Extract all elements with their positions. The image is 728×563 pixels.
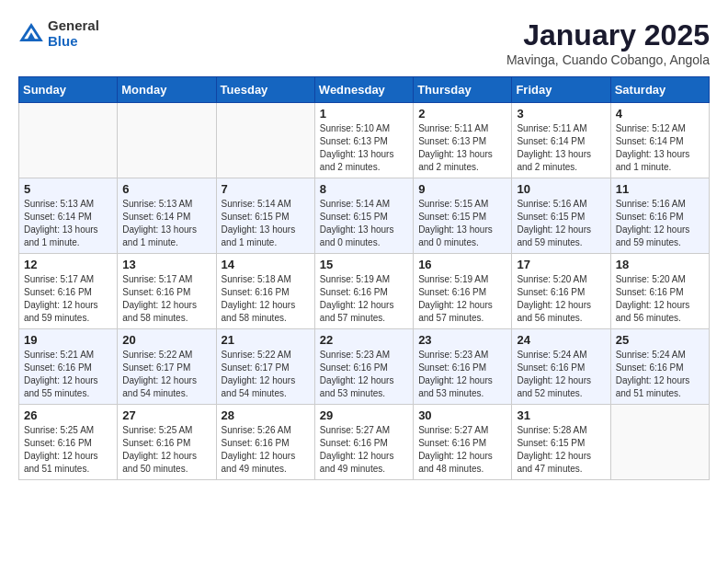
calendar-day-cell: 17Sunrise: 5:20 AMSunset: 6:16 PMDayligh… bbox=[512, 254, 610, 329]
calendar-day-cell: 13Sunrise: 5:17 AMSunset: 6:16 PMDayligh… bbox=[118, 254, 216, 329]
day-number: 28 bbox=[222, 408, 310, 422]
day-number: 6 bbox=[122, 182, 210, 196]
calendar-week-row: 1Sunrise: 5:10 AMSunset: 6:13 PMDaylight… bbox=[19, 103, 710, 178]
day-number: 19 bbox=[24, 333, 112, 347]
day-info: Sunrise: 5:13 AMSunset: 6:14 PMDaylight:… bbox=[24, 198, 112, 249]
weekday-header-thursday: Thursday bbox=[414, 77, 512, 103]
day-info: Sunrise: 5:23 AMSunset: 6:16 PMDaylight:… bbox=[418, 349, 506, 400]
day-number: 2 bbox=[418, 107, 506, 121]
weekday-header-saturday: Saturday bbox=[610, 77, 709, 103]
day-info: Sunrise: 5:26 AMSunset: 6:16 PMDaylight:… bbox=[222, 424, 310, 476]
calendar-day-cell: 25Sunrise: 5:24 AMSunset: 6:16 PMDayligh… bbox=[610, 329, 709, 405]
day-number: 10 bbox=[517, 182, 605, 196]
day-number: 9 bbox=[418, 182, 506, 196]
day-number: 4 bbox=[616, 107, 704, 121]
day-info: Sunrise: 5:27 AMSunset: 6:16 PMDaylight:… bbox=[320, 424, 408, 476]
day-info: Sunrise: 5:28 AMSunset: 6:15 PMDaylight:… bbox=[517, 424, 605, 476]
day-info: Sunrise: 5:25 AMSunset: 6:16 PMDaylight:… bbox=[122, 424, 210, 476]
calendar-week-row: 5Sunrise: 5:13 AMSunset: 6:14 PMDaylight… bbox=[19, 178, 710, 254]
calendar-day-cell: 7Sunrise: 5:14 AMSunset: 6:15 PMDaylight… bbox=[216, 178, 314, 254]
day-info: Sunrise: 5:24 AMSunset: 6:16 PMDaylight:… bbox=[616, 349, 704, 400]
day-info: Sunrise: 5:22 AMSunset: 6:17 PMDaylight:… bbox=[122, 349, 210, 400]
day-info: Sunrise: 5:23 AMSunset: 6:16 PMDaylight:… bbox=[320, 349, 408, 400]
day-info: Sunrise: 5:16 AMSunset: 6:16 PMDaylight:… bbox=[616, 198, 704, 249]
day-info: Sunrise: 5:27 AMSunset: 6:16 PMDaylight:… bbox=[418, 424, 506, 476]
calendar-day-cell: 26Sunrise: 5:25 AMSunset: 6:16 PMDayligh… bbox=[19, 405, 118, 480]
day-info: Sunrise: 5:14 AMSunset: 6:15 PMDaylight:… bbox=[222, 198, 310, 249]
calendar-day-cell: 20Sunrise: 5:22 AMSunset: 6:17 PMDayligh… bbox=[118, 329, 216, 405]
calendar-day-cell: 3Sunrise: 5:11 AMSunset: 6:14 PMDaylight… bbox=[512, 103, 610, 178]
day-info: Sunrise: 5:17 AMSunset: 6:16 PMDaylight:… bbox=[122, 273, 210, 325]
weekday-header-friday: Friday bbox=[512, 77, 610, 103]
day-number: 24 bbox=[517, 333, 605, 347]
calendar-day-cell: 10Sunrise: 5:16 AMSunset: 6:15 PMDayligh… bbox=[512, 178, 610, 254]
calendar-day-cell: 23Sunrise: 5:23 AMSunset: 6:16 PMDayligh… bbox=[414, 329, 512, 405]
title-block: January 2025 Mavinga, Cuando Cobango, An… bbox=[506, 18, 710, 67]
day-number: 21 bbox=[222, 333, 310, 347]
day-number: 22 bbox=[320, 333, 408, 347]
calendar-day-cell bbox=[118, 103, 216, 178]
calendar-week-row: 26Sunrise: 5:25 AMSunset: 6:16 PMDayligh… bbox=[19, 405, 710, 480]
calendar-day-cell: 5Sunrise: 5:13 AMSunset: 6:14 PMDaylight… bbox=[19, 178, 118, 254]
calendar-day-cell: 21Sunrise: 5:22 AMSunset: 6:17 PMDayligh… bbox=[216, 329, 314, 405]
calendar-week-row: 12Sunrise: 5:17 AMSunset: 6:16 PMDayligh… bbox=[19, 254, 710, 329]
day-number: 8 bbox=[320, 182, 408, 196]
day-number: 13 bbox=[122, 258, 210, 271]
day-number: 15 bbox=[320, 258, 408, 271]
calendar-day-cell: 16Sunrise: 5:19 AMSunset: 6:16 PMDayligh… bbox=[414, 254, 512, 329]
calendar-day-cell: 22Sunrise: 5:23 AMSunset: 6:16 PMDayligh… bbox=[314, 329, 413, 405]
calendar-day-cell: 19Sunrise: 5:21 AMSunset: 6:16 PMDayligh… bbox=[19, 329, 118, 405]
calendar-day-cell bbox=[19, 103, 118, 178]
day-number: 14 bbox=[222, 258, 310, 271]
day-number: 29 bbox=[320, 408, 408, 422]
calendar-day-cell: 31Sunrise: 5:28 AMSunset: 6:15 PMDayligh… bbox=[512, 405, 610, 480]
month-title: January 2025 bbox=[506, 18, 710, 52]
calendar-day-cell: 14Sunrise: 5:18 AMSunset: 6:16 PMDayligh… bbox=[216, 254, 314, 329]
day-info: Sunrise: 5:11 AMSunset: 6:14 PMDaylight:… bbox=[517, 122, 605, 174]
calendar-day-cell: 11Sunrise: 5:16 AMSunset: 6:16 PMDayligh… bbox=[610, 178, 709, 254]
calendar-day-cell: 1Sunrise: 5:10 AMSunset: 6:13 PMDaylight… bbox=[314, 103, 413, 178]
weekday-header-row: SundayMondayTuesdayWednesdayThursdayFrid… bbox=[19, 77, 710, 103]
weekday-header-sunday: Sunday bbox=[19, 77, 118, 103]
day-info: Sunrise: 5:21 AMSunset: 6:16 PMDaylight:… bbox=[24, 349, 112, 400]
day-info: Sunrise: 5:12 AMSunset: 6:14 PMDaylight:… bbox=[616, 122, 704, 174]
calendar-day-cell: 29Sunrise: 5:27 AMSunset: 6:16 PMDayligh… bbox=[314, 405, 413, 480]
day-info: Sunrise: 5:19 AMSunset: 6:16 PMDaylight:… bbox=[320, 273, 408, 325]
page-header: General Blue January 2025 Mavinga, Cuand… bbox=[18, 18, 710, 67]
logo: General Blue bbox=[18, 18, 99, 49]
day-info: Sunrise: 5:14 AMSunset: 6:15 PMDaylight:… bbox=[320, 198, 408, 249]
calendar-day-cell: 8Sunrise: 5:14 AMSunset: 6:15 PMDaylight… bbox=[314, 178, 413, 254]
day-info: Sunrise: 5:17 AMSunset: 6:16 PMDaylight:… bbox=[24, 273, 112, 325]
day-number: 16 bbox=[418, 258, 506, 271]
day-number: 1 bbox=[320, 107, 408, 121]
logo-blue-text: Blue bbox=[48, 34, 99, 50]
calendar-day-cell bbox=[216, 103, 314, 178]
day-info: Sunrise: 5:13 AMSunset: 6:14 PMDaylight:… bbox=[122, 198, 210, 249]
calendar-day-cell: 28Sunrise: 5:26 AMSunset: 6:16 PMDayligh… bbox=[216, 405, 314, 480]
calendar-day-cell: 12Sunrise: 5:17 AMSunset: 6:16 PMDayligh… bbox=[19, 254, 118, 329]
day-number: 12 bbox=[24, 258, 112, 271]
logo-text: General Blue bbox=[48, 18, 99, 49]
location-text: Mavinga, Cuando Cobango, Angola bbox=[506, 52, 710, 67]
calendar-day-cell: 6Sunrise: 5:13 AMSunset: 6:14 PMDaylight… bbox=[118, 178, 216, 254]
svg-marker-1 bbox=[27, 32, 35, 40]
day-info: Sunrise: 5:15 AMSunset: 6:15 PMDaylight:… bbox=[418, 198, 506, 249]
day-info: Sunrise: 5:24 AMSunset: 6:16 PMDaylight:… bbox=[517, 349, 605, 400]
calendar-day-cell: 2Sunrise: 5:11 AMSunset: 6:13 PMDaylight… bbox=[414, 103, 512, 178]
logo-general-text: General bbox=[48, 18, 99, 34]
day-number: 7 bbox=[222, 182, 310, 196]
calendar-day-cell: 9Sunrise: 5:15 AMSunset: 6:15 PMDaylight… bbox=[414, 178, 512, 254]
weekday-header-tuesday: Tuesday bbox=[216, 77, 314, 103]
calendar-week-row: 19Sunrise: 5:21 AMSunset: 6:16 PMDayligh… bbox=[19, 329, 710, 405]
day-number: 31 bbox=[517, 408, 605, 422]
logo-icon bbox=[18, 21, 44, 47]
day-number: 25 bbox=[616, 333, 704, 347]
calendar-day-cell: 30Sunrise: 5:27 AMSunset: 6:16 PMDayligh… bbox=[414, 405, 512, 480]
day-info: Sunrise: 5:20 AMSunset: 6:16 PMDaylight:… bbox=[517, 273, 605, 325]
day-info: Sunrise: 5:22 AMSunset: 6:17 PMDaylight:… bbox=[222, 349, 310, 400]
day-number: 23 bbox=[418, 333, 506, 347]
day-number: 30 bbox=[418, 408, 506, 422]
day-number: 18 bbox=[616, 258, 704, 271]
day-info: Sunrise: 5:25 AMSunset: 6:16 PMDaylight:… bbox=[24, 424, 112, 476]
day-info: Sunrise: 5:20 AMSunset: 6:16 PMDaylight:… bbox=[616, 273, 704, 325]
